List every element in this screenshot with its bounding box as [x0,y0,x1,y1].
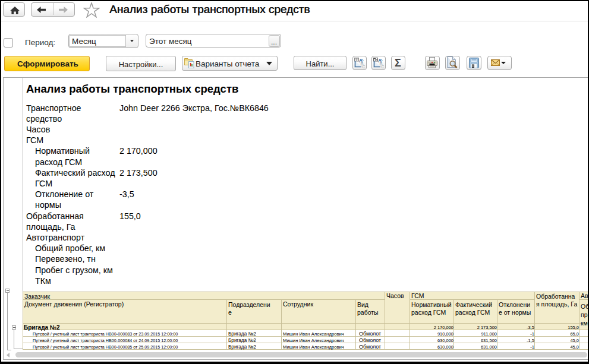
svg-text:C: C [363,65,366,69]
svg-text:C: C [382,65,385,69]
